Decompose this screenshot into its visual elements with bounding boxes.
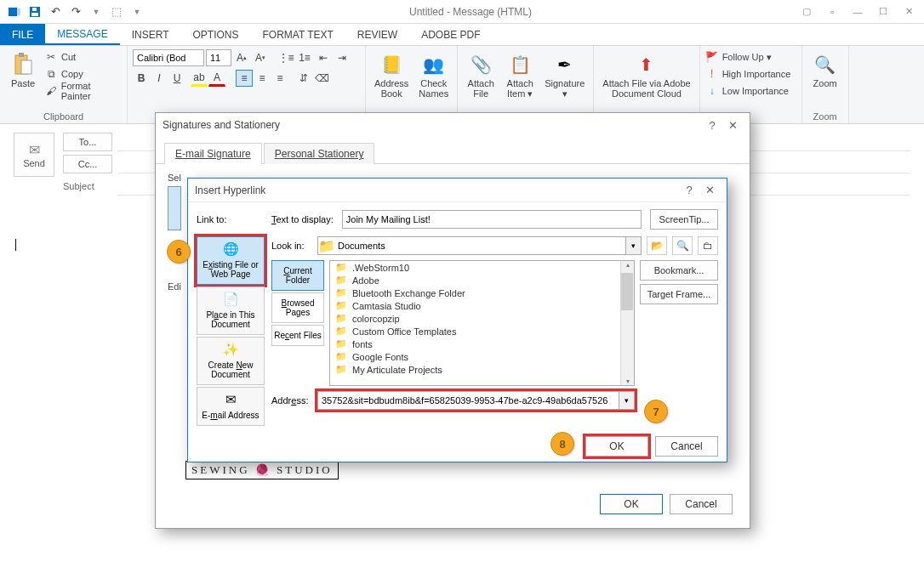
bold-button[interactable]: B <box>133 70 150 87</box>
zoom-icon: 🔍 <box>812 51 839 78</box>
help-icon[interactable]: ▫ <box>820 3 844 21</box>
tab-file[interactable]: FILE <box>0 24 45 45</box>
file-item[interactable]: 📁Custom Office Templates <box>330 325 634 338</box>
lookin-input[interactable] <box>334 236 626 255</box>
check-names-button[interactable]: 👥Check Names <box>415 49 452 110</box>
current-folder-tab[interactable]: Current Folder <box>271 260 324 291</box>
svg-rect-7 <box>21 60 31 74</box>
tab-email-signature[interactable]: E-mail Signature <box>164 143 262 164</box>
linkto-new-document[interactable]: ✨ Create New Document <box>197 337 265 385</box>
linkto-existing-file[interactable]: 🌐 Existing File or Web Page <box>197 236 265 285</box>
indent-icon[interactable]: ⇥ <box>334 49 351 66</box>
high-importance-button[interactable]: !High Importance <box>705 66 791 82</box>
format-painter-button[interactable]: 🖌Format Painter <box>44 83 122 99</box>
low-importance-button[interactable]: ↓Low Importance <box>705 83 791 99</box>
painter-icon: 🖌 <box>44 84 58 98</box>
undo-icon[interactable]: ↶ <box>46 3 65 21</box>
linkto-email[interactable]: ✉ E-mail Address <box>197 387 265 426</box>
target-frame-button[interactable]: Target Frame... <box>640 284 718 304</box>
sig-close-icon[interactable]: ✕ <box>722 119 743 132</box>
file-item[interactable]: 📁Google Fonts <box>330 350 634 363</box>
paste-button[interactable]: Paste <box>5 49 41 110</box>
minimize-icon[interactable]: — <box>846 3 870 21</box>
scrollbar[interactable]: ▴ ▾ <box>620 261 634 385</box>
font-name-input[interactable] <box>133 49 204 66</box>
linkto-place-in-doc[interactable]: 📄 Place in This Document <box>197 286 265 335</box>
address-input[interactable] <box>317 391 619 410</box>
close-icon[interactable]: ✕ <box>897 3 921 21</box>
adobe-label: Attach File via Adobe Document Cloud <box>602 78 690 99</box>
insert-hyperlink-dialog: Insert Hyperlink ? ✕ Link to: Text to di… <box>187 178 727 462</box>
browse-file-icon[interactable]: 🗀 <box>698 236 718 255</box>
align-center-icon[interactable]: ≡ <box>254 70 271 87</box>
lookin-dropdown[interactable]: ▾ <box>626 236 642 255</box>
line-spacing-icon[interactable]: ⇵ <box>295 70 312 87</box>
qa-more-icon[interactable]: ▼ <box>87 3 106 21</box>
side-buttons: Bookmark... Target Frame... <box>640 260 718 386</box>
file-item[interactable]: 📁My Articulate Projects <box>330 363 634 376</box>
underline-button[interactable]: U <box>168 70 185 87</box>
align-left-icon[interactable]: ≡ <box>236 70 253 87</box>
tab-review[interactable]: REVIEW <box>345 24 409 45</box>
tab-insert[interactable]: INSERT <box>120 24 181 45</box>
tab-message[interactable]: MESSAGE <box>45 24 119 45</box>
maximize-icon[interactable]: ☐ <box>871 3 895 21</box>
text-display-input[interactable] <box>342 210 642 229</box>
up-folder-icon[interactable]: 📂 <box>647 236 667 255</box>
cut-button[interactable]: ✂Cut <box>44 49 122 65</box>
tab-format-text[interactable]: FORMAT TEXT <box>251 24 345 45</box>
hlink-ok-button[interactable]: OK <box>585 436 648 457</box>
follow-up-button[interactable]: 🚩Follow Up ▾ <box>705 49 791 65</box>
sig-cancel-button[interactable]: Cancel <box>670 494 733 514</box>
attach-file-button[interactable]: 📎Attach File <box>463 49 499 110</box>
bookmark-button[interactable]: Bookmark... <box>640 260 718 281</box>
sig-ok-button[interactable]: OK <box>600 494 663 514</box>
file-item[interactable]: 📁.WebStorm10 <box>330 261 634 274</box>
file-list[interactable]: 📁.WebStorm10📁Adobe📁Bluetooth Exchange Fo… <box>329 260 635 386</box>
sig-help-icon[interactable]: ? <box>702 119 722 132</box>
file-item[interactable]: 📁colorcopzip <box>330 312 634 325</box>
copy-button[interactable]: ⧉Copy <box>44 66 122 82</box>
file-item[interactable]: 📁Camtasia Studio <box>330 299 634 312</box>
touch-mode-icon[interactable]: ⬚ <box>107 3 126 21</box>
file-item[interactable]: 📁Adobe <box>330 274 634 286</box>
file-item[interactable]: 📁Bluetooth Exchange Folder <box>330 286 634 299</box>
tab-options[interactable]: OPTIONS <box>181 24 251 45</box>
shrink-font-icon[interactable]: A▾ <box>252 49 269 66</box>
italic-button[interactable]: I <box>151 70 168 87</box>
font-size-input[interactable] <box>206 49 231 66</box>
numbering-icon[interactable]: 1≡ <box>296 49 313 66</box>
scroll-thumb[interactable] <box>621 273 633 310</box>
zoom-button[interactable]: 🔍Zoom <box>807 49 843 110</box>
file-item[interactable]: 📁fonts <box>330 338 634 350</box>
recent-files-tab[interactable]: Recent Files <box>271 325 324 346</box>
screentip-button[interactable]: ScreenTip... <box>650 209 718 230</box>
align-right-icon[interactable]: ≡ <box>271 70 288 87</box>
browsed-pages-tab[interactable]: Browsed Pages <box>271 292 324 323</box>
hlink-close-icon[interactable]: ✕ <box>699 184 720 196</box>
font-color-icon[interactable]: A <box>208 70 225 87</box>
send-button[interactable]: ✉ Send <box>14 133 54 177</box>
bullets-icon[interactable]: ⋮≡ <box>277 49 294 66</box>
highlight-icon[interactable]: ab <box>191 70 208 87</box>
tab-adobe-pdf[interactable]: ADOBE PDF <box>409 24 492 45</box>
sig-list[interactable] <box>168 186 181 230</box>
cc-button[interactable]: Cc... <box>63 155 112 173</box>
tab-personal-stationery[interactable]: Personal Stationery <box>264 143 375 164</box>
signature-button[interactable]: ✒Signature ▾ <box>541 49 588 110</box>
hlink-cancel-button[interactable]: Cancel <box>655 436 718 457</box>
attach-item-button[interactable]: 📋Attach Item ▾ <box>502 49 538 110</box>
ribbon-options-icon[interactable]: ▢ <box>795 3 818 21</box>
qa-dropdown-icon[interactable]: ▼ <box>128 3 146 21</box>
browse-web-icon[interactable]: 🔍 <box>672 236 693 255</box>
outdent-icon[interactable]: ⇤ <box>315 49 332 66</box>
grow-font-icon[interactable]: A▴ <box>233 49 250 66</box>
adobe-attach-button[interactable]: ⬆Attach File via Adobe Document Cloud <box>599 49 693 110</box>
address-dropdown[interactable]: ▾ <box>619 391 635 410</box>
clear-format-icon[interactable]: ⌫ <box>313 70 330 87</box>
redo-icon[interactable]: ↷ <box>66 3 85 21</box>
save-icon[interactable] <box>26 3 44 21</box>
address-book-button[interactable]: 📒Address Book <box>371 49 412 110</box>
to-button[interactable]: To... <box>63 133 112 151</box>
hlink-help-icon[interactable]: ? <box>679 184 699 196</box>
